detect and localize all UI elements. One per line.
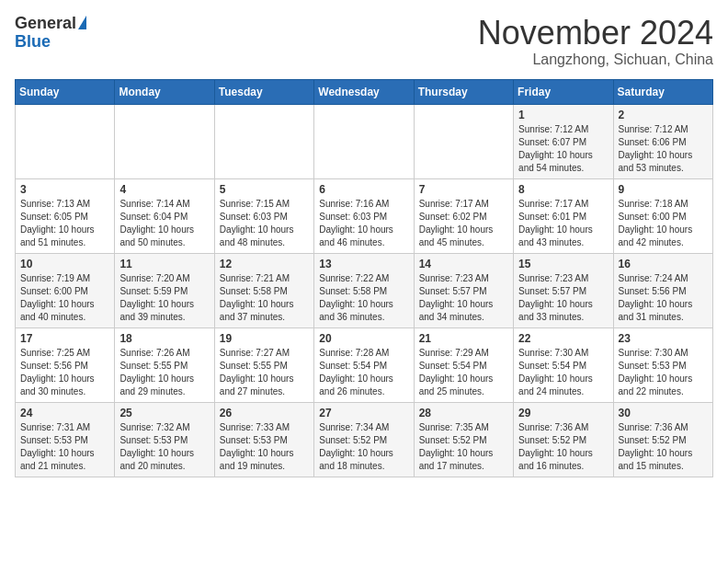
day-info: Sunrise: 7:30 AMSunset: 5:53 PMDaylight:… (619, 347, 708, 398)
calendar-week-row: 10Sunrise: 7:19 AMSunset: 6:00 PMDayligh… (16, 253, 713, 327)
day-number: 28 (419, 407, 508, 419)
day-info: Sunrise: 7:28 AMSunset: 5:54 PMDaylight:… (319, 347, 408, 398)
day-info: Sunrise: 7:17 AMSunset: 6:01 PMDaylight:… (518, 198, 608, 249)
day-info: Sunrise: 7:12 AMSunset: 6:06 PMDaylight:… (619, 123, 708, 175)
day-info: Sunrise: 7:16 AMSunset: 6:03 PMDaylight:… (319, 198, 408, 249)
calendar-week-row: 1Sunrise: 7:12 AMSunset: 6:07 PMDaylight… (16, 104, 713, 178)
day-info: Sunrise: 7:35 AMSunset: 5:52 PMDaylight:… (419, 421, 508, 473)
day-number: 1 (518, 109, 608, 121)
calendar-week-row: 17Sunrise: 7:25 AMSunset: 5:56 PMDayligh… (16, 327, 713, 402)
calendar-cell: 5Sunrise: 7:15 AMSunset: 6:03 PMDaylight… (214, 178, 313, 253)
day-number: 6 (319, 183, 408, 196)
calendar-cell: 2Sunrise: 7:12 AMSunset: 6:06 PMDaylight… (613, 104, 712, 178)
day-number: 27 (319, 407, 408, 419)
day-number: 17 (20, 332, 109, 345)
calendar-week-row: 3Sunrise: 7:13 AMSunset: 6:05 PMDaylight… (16, 178, 713, 253)
day-info: Sunrise: 7:36 AMSunset: 5:52 PMDaylight:… (518, 421, 608, 473)
day-number: 11 (119, 258, 209, 270)
day-info: Sunrise: 7:34 AMSunset: 5:52 PMDaylight:… (319, 421, 408, 473)
day-info: Sunrise: 7:26 AMSunset: 5:55 PMDaylight:… (119, 347, 209, 398)
logo: General Blue (15, 15, 86, 52)
day-number: 23 (619, 332, 708, 345)
weekday-header-sunday: Sunday (16, 79, 115, 104)
calendar-cell: 10Sunrise: 7:19 AMSunset: 6:00 PMDayligh… (16, 253, 115, 327)
day-number: 21 (419, 332, 508, 345)
day-number: 9 (619, 183, 708, 196)
calendar-cell: 23Sunrise: 7:30 AMSunset: 5:53 PMDayligh… (613, 327, 712, 402)
calendar-cell (115, 104, 214, 178)
day-info: Sunrise: 7:19 AMSunset: 6:00 PMDaylight:… (20, 272, 109, 324)
calendar-cell: 4Sunrise: 7:14 AMSunset: 6:04 PMDaylight… (115, 178, 214, 253)
day-info: Sunrise: 7:29 AMSunset: 5:54 PMDaylight:… (419, 347, 508, 398)
day-info: Sunrise: 7:30 AMSunset: 5:54 PMDaylight:… (518, 347, 608, 398)
day-info: Sunrise: 7:18 AMSunset: 6:00 PMDaylight:… (619, 198, 708, 249)
weekday-header-friday: Friday (514, 79, 613, 104)
calendar-cell: 24Sunrise: 7:31 AMSunset: 5:53 PMDayligh… (16, 402, 115, 477)
day-info: Sunrise: 7:15 AMSunset: 6:03 PMDaylight:… (220, 198, 309, 249)
weekday-header-thursday: Thursday (414, 79, 513, 104)
day-number: 12 (220, 258, 309, 270)
day-number: 14 (419, 258, 508, 270)
day-info: Sunrise: 7:36 AMSunset: 5:52 PMDaylight:… (619, 421, 708, 473)
calendar-cell (16, 104, 115, 178)
logo-blue: Blue (15, 33, 51, 52)
day-number: 15 (518, 258, 608, 270)
calendar-cell: 26Sunrise: 7:33 AMSunset: 5:53 PMDayligh… (214, 402, 313, 477)
day-info: Sunrise: 7:17 AMSunset: 6:02 PMDaylight:… (419, 198, 508, 249)
calendar-cell: 19Sunrise: 7:27 AMSunset: 5:55 PMDayligh… (214, 327, 313, 402)
day-info: Sunrise: 7:20 AMSunset: 5:59 PMDaylight:… (119, 272, 209, 324)
day-number: 8 (518, 183, 608, 196)
calendar-cell: 12Sunrise: 7:21 AMSunset: 5:58 PMDayligh… (214, 253, 313, 327)
calendar-cell: 21Sunrise: 7:29 AMSunset: 5:54 PMDayligh… (414, 327, 513, 402)
day-info: Sunrise: 7:21 AMSunset: 5:58 PMDaylight:… (220, 272, 309, 324)
day-number: 13 (319, 258, 408, 270)
page-header: General Blue November 2024 Langzhong, Si… (15, 15, 713, 68)
calendar-cell: 17Sunrise: 7:25 AMSunset: 5:56 PMDayligh… (16, 327, 115, 402)
calendar-cell: 20Sunrise: 7:28 AMSunset: 5:54 PMDayligh… (314, 327, 414, 402)
day-number: 18 (119, 332, 209, 345)
calendar-cell: 27Sunrise: 7:34 AMSunset: 5:52 PMDayligh… (314, 402, 414, 477)
logo-general: General (15, 15, 76, 33)
calendar-cell: 15Sunrise: 7:23 AMSunset: 5:57 PMDayligh… (514, 253, 613, 327)
calendar-cell: 11Sunrise: 7:20 AMSunset: 5:59 PMDayligh… (115, 253, 214, 327)
day-info: Sunrise: 7:14 AMSunset: 6:04 PMDaylight:… (119, 198, 209, 249)
day-number: 10 (20, 258, 109, 270)
calendar-cell: 18Sunrise: 7:26 AMSunset: 5:55 PMDayligh… (115, 327, 214, 402)
calendar-cell (414, 104, 513, 178)
weekday-header-row: SundayMondayTuesdayWednesdayThursdayFrid… (16, 79, 713, 104)
day-number: 16 (619, 258, 708, 270)
calendar-cell: 13Sunrise: 7:22 AMSunset: 5:58 PMDayligh… (314, 253, 414, 327)
calendar-week-row: 24Sunrise: 7:31 AMSunset: 5:53 PMDayligh… (16, 402, 713, 477)
day-info: Sunrise: 7:12 AMSunset: 6:07 PMDaylight:… (518, 123, 608, 175)
day-number: 5 (220, 183, 309, 196)
day-info: Sunrise: 7:24 AMSunset: 5:56 PMDaylight:… (619, 272, 708, 324)
calendar-cell: 25Sunrise: 7:32 AMSunset: 5:53 PMDayligh… (115, 402, 214, 477)
title-block: November 2024 Langzhong, Sichuan, China (478, 15, 713, 68)
weekday-header-tuesday: Tuesday (214, 79, 313, 104)
calendar-cell (214, 104, 313, 178)
calendar-cell: 1Sunrise: 7:12 AMSunset: 6:07 PMDaylight… (514, 104, 613, 178)
calendar-cell: 28Sunrise: 7:35 AMSunset: 5:52 PMDayligh… (414, 402, 513, 477)
calendar-cell: 29Sunrise: 7:36 AMSunset: 5:52 PMDayligh… (514, 402, 613, 477)
calendar-cell: 8Sunrise: 7:17 AMSunset: 6:01 PMDaylight… (514, 178, 613, 253)
calendar-cell: 9Sunrise: 7:18 AMSunset: 6:00 PMDaylight… (613, 178, 712, 253)
month-title: November 2024 (478, 15, 713, 52)
day-number: 7 (419, 183, 508, 196)
day-number: 29 (518, 407, 608, 419)
calendar-cell: 16Sunrise: 7:24 AMSunset: 5:56 PMDayligh… (613, 253, 712, 327)
day-number: 30 (619, 407, 708, 419)
weekday-header-monday: Monday (115, 79, 214, 104)
day-info: Sunrise: 7:27 AMSunset: 5:55 PMDaylight:… (220, 347, 309, 398)
day-info: Sunrise: 7:23 AMSunset: 5:57 PMDaylight:… (419, 272, 508, 324)
day-number: 20 (319, 332, 408, 345)
weekday-header-wednesday: Wednesday (314, 79, 414, 104)
calendar-cell (314, 104, 414, 178)
calendar-cell: 7Sunrise: 7:17 AMSunset: 6:02 PMDaylight… (414, 178, 513, 253)
day-info: Sunrise: 7:33 AMSunset: 5:53 PMDaylight:… (220, 421, 309, 473)
day-info: Sunrise: 7:32 AMSunset: 5:53 PMDaylight:… (119, 421, 209, 473)
calendar-cell: 6Sunrise: 7:16 AMSunset: 6:03 PMDaylight… (314, 178, 414, 253)
day-number: 22 (518, 332, 608, 345)
day-info: Sunrise: 7:22 AMSunset: 5:58 PMDaylight:… (319, 272, 408, 324)
day-info: Sunrise: 7:25 AMSunset: 5:56 PMDaylight:… (20, 347, 109, 398)
calendar-table: SundayMondayTuesdayWednesdayThursdayFrid… (15, 79, 713, 477)
